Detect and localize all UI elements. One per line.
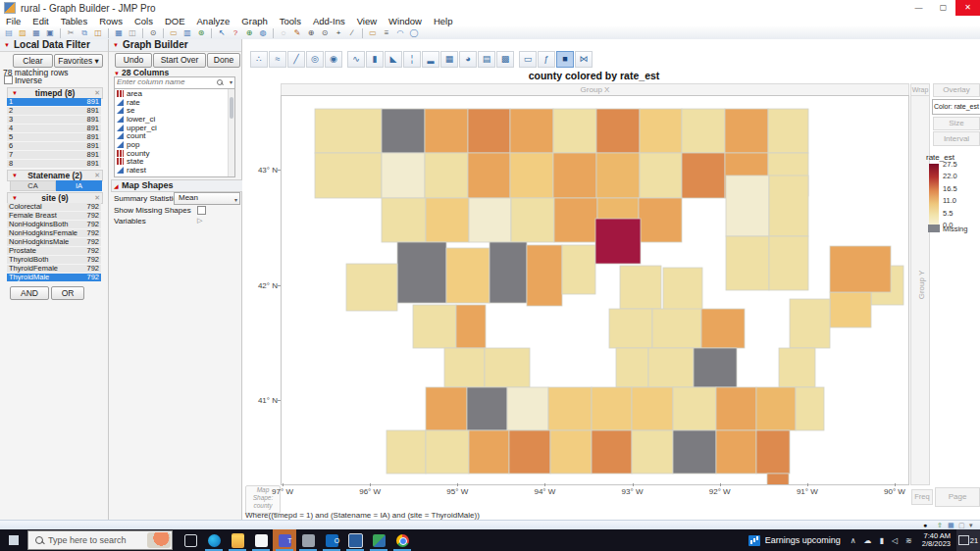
parallel-plot-icon[interactable]: ⋈ [575, 51, 593, 68]
county-shape[interactable] [716, 430, 756, 474]
disclosure-triangle-icon[interactable]: ◢ [114, 180, 119, 192]
globe-icon[interactable]: ◍ [257, 27, 269, 38]
column-item-count[interactable]: count [115, 131, 234, 140]
timepd-row-1[interactable]: 1891 [7, 98, 101, 106]
start-over-button[interactable]: Start Over [153, 53, 206, 68]
timepd-row-2[interactable]: 2891 [7, 107, 101, 115]
close-button[interactable]: ✕ [955, 0, 980, 16]
county-shape[interactable] [553, 153, 596, 198]
close-icon[interactable]: ✕ [94, 171, 100, 180]
timepd-row-6[interactable]: 6891 [7, 142, 101, 150]
site-row-nonhodgkinsmale[interactable]: NonHodgkinsMale792 [7, 238, 101, 246]
county-shape[interactable] [592, 430, 632, 474]
lasso-icon[interactable]: ◌ [278, 27, 289, 38]
menu-item-edit[interactable]: Edit [26, 16, 54, 26]
county-shape[interactable] [511, 198, 554, 242]
chrome-icon[interactable] [390, 529, 414, 551]
menu-item-file[interactable]: File [0, 16, 26, 26]
new-file-icon[interactable]: ▤ [3, 27, 15, 38]
county-shape[interactable] [701, 309, 745, 348]
list-icon[interactable]: ≡ [381, 27, 392, 38]
bar-icon[interactable]: ▮ [366, 51, 384, 68]
column-item-pop[interactable]: pop [115, 140, 234, 149]
jmp-taskbar-icon[interactable] [367, 529, 390, 551]
county-shape[interactable] [490, 242, 527, 303]
county-shape[interactable] [767, 474, 789, 484]
county-shape[interactable] [716, 387, 756, 430]
site-row-thyroidboth[interactable]: ThyroidBoth792 [7, 256, 101, 264]
county-shape[interactable] [382, 109, 425, 153]
county-shape[interactable] [553, 109, 596, 153]
county-shape[interactable] [548, 387, 592, 430]
arc-icon[interactable]: ◠ [394, 27, 406, 38]
color-drop-zone[interactable]: Color: rate_est [932, 99, 980, 115]
save-all-icon[interactable]: ▣ [44, 27, 56, 38]
county-shape[interactable] [315, 109, 382, 153]
notification-center-button[interactable]: 21 [956, 529, 980, 551]
annotate-icon[interactable]: ▭ [367, 27, 379, 38]
oval-icon[interactable]: ◯ [408, 27, 420, 38]
timepd-row-4[interactable]: 4891 [7, 125, 101, 132]
county-shape[interactable] [469, 198, 511, 242]
site-row-colorectal[interactable]: Colorectal792 [7, 203, 101, 211]
county-shape[interactable] [663, 268, 702, 313]
county-shape[interactable] [830, 246, 891, 292]
chevron-down-icon[interactable]: ▾ [230, 78, 232, 85]
column-item-upper_ci[interactable]: upper_ci [115, 124, 234, 132]
menu-item-graph[interactable]: Graph [235, 16, 273, 26]
local-data-filter-header[interactable]: ▼ Local Data Filter [0, 39, 108, 52]
query-icon[interactable]: ⊛ [195, 27, 207, 38]
menu-item-view[interactable]: View [351, 16, 383, 26]
county-shape[interactable] [756, 387, 796, 430]
store-icon[interactable] [249, 529, 273, 551]
file-explorer-icon[interactable] [226, 529, 249, 551]
column-item-rate[interactable]: rate [115, 98, 234, 107]
county-shape[interactable] [550, 430, 592, 474]
county-shape[interactable] [830, 292, 871, 327]
county-shape[interactable] [382, 153, 425, 198]
county-shape[interactable] [468, 109, 510, 153]
county-shape[interactable] [456, 305, 486, 348]
graph-builder-header[interactable]: ▼ Graph Builder [109, 39, 241, 52]
paste-icon[interactable]: ◫ [92, 27, 104, 38]
and-button[interactable]: AND [10, 286, 49, 300]
teams-icon[interactable]: T [273, 529, 296, 551]
county-shape[interactable] [562, 245, 595, 294]
county-shape[interactable] [639, 198, 682, 242]
county-shape[interactable] [790, 299, 830, 348]
menu-item-help[interactable]: Help [428, 16, 459, 26]
county-shape[interactable] [609, 309, 652, 348]
heatmap-icon[interactable]: ▦ [440, 51, 458, 68]
layout-icon[interactable]: ▥ [181, 27, 193, 38]
site-row-prostate[interactable]: Prostate792 [7, 247, 101, 255]
search-icon[interactable]: ⊙ [147, 27, 159, 38]
save-icon[interactable]: ▦ [30, 27, 42, 38]
menu-item-doe[interactable]: DOE [159, 16, 191, 26]
histogram-icon[interactable]: ▂ [422, 51, 439, 68]
map-plot-area[interactable] [281, 95, 909, 485]
undo-button[interactable]: Undo [115, 53, 152, 68]
county-shape[interactable] [673, 430, 716, 474]
chevron-up-icon[interactable]: ∧ [851, 536, 856, 545]
task-view-icon[interactable] [179, 529, 202, 551]
site-row-thyroidmale[interactable]: ThyroidMale792 [7, 274, 101, 281]
ellipse-icon[interactable]: ◎ [306, 51, 324, 68]
interval-drop-zone[interactable]: Interval [933, 131, 980, 146]
stocks-label[interactable]: Earnings upcoming [765, 535, 841, 545]
contour-icon[interactable]: ◉ [325, 51, 342, 68]
county-shape[interactable] [510, 109, 553, 153]
battery-icon[interactable]: ▮ [880, 536, 884, 545]
county-shape[interactable] [425, 153, 468, 198]
formula-icon[interactable]: ƒ [538, 51, 555, 68]
county-shape[interactable] [640, 153, 682, 198]
county-shape[interactable] [346, 264, 397, 311]
county-shape[interactable] [595, 219, 641, 264]
mosaic-icon[interactable]: ▩ [496, 51, 514, 68]
county-shape[interactable] [632, 430, 673, 474]
county-shape[interactable] [652, 309, 701, 348]
timepd-row-8[interactable]: 8891 [7, 160, 101, 168]
minimize-button[interactable]: — [906, 0, 931, 16]
column-list-scrollbar[interactable] [228, 89, 234, 176]
snipping-tool-icon[interactable] [296, 529, 320, 551]
grabber-icon[interactable]: ⊕ [243, 27, 255, 38]
